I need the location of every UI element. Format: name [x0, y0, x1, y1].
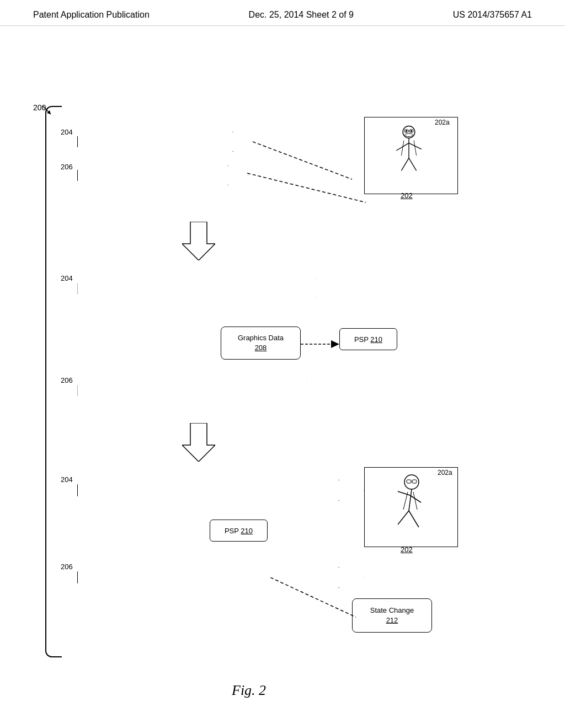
diagram-area: 200 204 206 — [0, 26, 565, 721]
label-206-1: 206 — [61, 163, 73, 171]
character-box-2 — [364, 467, 458, 547]
arrow-to-psp — [301, 336, 345, 352]
arrow-200 — [42, 106, 54, 117]
svg-line-31 — [403, 492, 408, 510]
arrow-204-1 — [77, 132, 254, 152]
person-illustration-1 — [384, 123, 434, 178]
graphics-data-num: 208 — [255, 343, 267, 353]
character-box-1 — [364, 117, 458, 194]
arrow-206-1 — [77, 165, 248, 185]
svg-line-9 — [401, 141, 404, 156]
svg-line-27 — [398, 491, 410, 495]
svg-rect-24 — [412, 480, 417, 483]
svg-line-7 — [401, 158, 409, 171]
label-204-2: 204 — [61, 274, 73, 282]
arrow-204-3 — [77, 480, 364, 501]
figure-label: Fig. 2 — [232, 682, 266, 699]
svg-line-17 — [247, 173, 366, 202]
svg-line-29 — [398, 511, 409, 524]
label-202a-1: 202a — [435, 119, 450, 126]
svg-line-30 — [409, 511, 419, 527]
page-header: Patent Application Publication Dec. 25, … — [0, 0, 565, 26]
psp-num-1: 210 — [370, 335, 382, 344]
label-202-2: 202 — [401, 545, 413, 554]
label-206-3: 206 — [61, 563, 73, 571]
label-204-3: 204 — [61, 475, 73, 484]
label-204-1: 204 — [61, 128, 73, 136]
psp-label-1: PSP 210 — [354, 335, 382, 344]
arrow-204-2 — [77, 279, 342, 298]
header-right: US 2014/375657 A1 — [453, 10, 532, 20]
label-206-2: 206 — [61, 376, 73, 384]
svg-line-33 — [270, 577, 356, 617]
svg-point-3 — [405, 133, 413, 136]
label-202-1: 202 — [401, 191, 413, 200]
svg-marker-18 — [182, 222, 215, 260]
header-left: Patent Application Publication — [33, 10, 150, 20]
state-change-num: 212 — [386, 615, 398, 625]
svg-line-26 — [409, 489, 412, 511]
svg-point-12 — [411, 130, 413, 132]
arrow-206-2 — [77, 381, 331, 400]
svg-marker-21 — [182, 423, 215, 462]
header-center: Dec. 25, 2014 Sheet 2 of 9 — [249, 10, 354, 20]
svg-marker-20 — [331, 340, 339, 348]
graphics-data-box: Graphics Data 208 — [221, 326, 301, 360]
psp-box-2: PSP 210 — [210, 520, 268, 542]
dashed-line-3 — [270, 577, 359, 622]
svg-line-10 — [414, 141, 417, 156]
svg-line-8 — [409, 158, 417, 171]
svg-line-32 — [413, 492, 417, 510]
svg-rect-23 — [407, 480, 411, 483]
state-change-box: State Change 212 — [352, 598, 432, 633]
psp-num-2: 210 — [241, 527, 253, 535]
svg-point-11 — [406, 130, 408, 132]
down-arrow-1 — [182, 222, 215, 260]
dashed-line-2 — [247, 172, 366, 205]
down-arrow-2 — [182, 423, 215, 462]
graphics-data-label: Graphics Data — [238, 333, 284, 343]
psp-label-2: PSP 210 — [225, 527, 253, 535]
main-bracket — [45, 106, 62, 657]
person-illustration-2 — [379, 472, 439, 536]
state-change-label: State Change — [370, 606, 414, 615]
label-202a-2: 202a — [438, 469, 452, 477]
psp-box-1: PSP 210 — [339, 328, 397, 350]
